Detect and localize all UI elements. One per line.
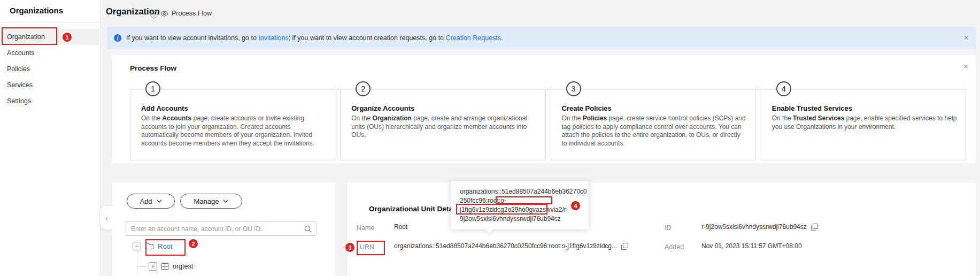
added-label: Added [665, 243, 684, 251]
banner-text-before: If you want to view account invitations,… [126, 34, 258, 42]
sidebar: Organizations Organization Accounts Poli… [0, 0, 101, 276]
name-label: Name [357, 224, 374, 232]
banner-text-middle: ; if you want to view account creation r… [289, 34, 446, 42]
step-add-accounts: 1 Add Accounts On the Accounts page, cre… [130, 89, 335, 160]
chevron-down-icon [157, 200, 162, 203]
urn-label: URN [360, 243, 374, 251]
step-2-title: Organize Accounts [351, 104, 534, 112]
id-value: r-9j2ow5sxlsi6vhndyssrwdjl76ub94sz [701, 223, 818, 231]
eye-icon [160, 11, 168, 17]
sidebar-nav: Organization Accounts Policies Services … [0, 29, 99, 109]
process-flow-close-icon[interactable]: × [963, 62, 968, 72]
urn-tooltip-line: 250fcc96:root:o- [460, 196, 585, 205]
org-unit-icon [161, 263, 169, 270]
step-organize-accounts: 2 Organize Accounts On the Organization … [340, 89, 545, 160]
sidebar-divider [0, 22, 100, 22]
step-4-number: 4 [776, 81, 791, 96]
creation-requests-link[interactable]: Creation Requests. [446, 34, 503, 42]
step-create-policies: 3 Create Policies On the Policies page, … [551, 89, 756, 160]
step-1-title: Add Accounts [141, 104, 324, 112]
added-value: Nov 01, 2023 15:11:57 GMT+08:00 [701, 242, 802, 250]
urn-tooltip-line: organizations::51ed88507a244b6eb36270c0 [460, 187, 585, 196]
tree-orgtest-label[interactable]: orgtest [173, 263, 193, 270]
process-flow-toggle-label: Process Flow [172, 10, 212, 17]
urn-tooltip-line: 9j2ow5sxlsi6vhndyssrwdjl76ub94sz [460, 214, 585, 224]
collapse-node-icon[interactable]: − [133, 242, 141, 250]
step-2-number: 2 [356, 81, 371, 96]
step-4-title: Enable Trusted Services [772, 104, 955, 112]
sidebar-item-accounts[interactable]: Accounts [0, 45, 99, 61]
invitations-link[interactable]: Invitations [258, 34, 288, 42]
search-icon[interactable] [304, 225, 312, 233]
name-value: Root [394, 223, 407, 231]
process-flow-toggle[interactable]: Process Flow [160, 10, 212, 17]
organizations-console: Organizations Organization Accounts Poli… [0, 0, 980, 276]
tree-root-label[interactable]: Root [158, 242, 172, 250]
info-banner: i If you want to view account invitation… [107, 27, 976, 49]
urn-tooltip: organizations::51ed88507a244b6eb36270c0 … [451, 181, 589, 229]
chevron-left-icon: ‹ [105, 213, 108, 223]
sidebar-item-services[interactable]: Services [0, 77, 99, 93]
copy-id-icon[interactable] [811, 224, 818, 231]
step-3-description: On the Policies page, create service con… [562, 114, 747, 148]
help-icon[interactable]: ? [150, 11, 158, 18]
tree-connector-vertical [137, 251, 137, 276]
manage-button[interactable]: Manage [180, 194, 242, 209]
account-search [126, 221, 317, 236]
step-3-title: Create Policies [562, 104, 745, 112]
step-2-description: On the Organization page, create and arr… [351, 114, 536, 140]
process-flow-title: Process Flow [130, 64, 176, 72]
info-icon: i [114, 34, 121, 42]
urn-tooltip-line: j1ftg6v1z9zldcg2o29ho0gvazswvia2/r- [460, 205, 585, 214]
sidebar-title: Organizations [10, 6, 63, 15]
expand-node-icon[interactable]: + [149, 262, 157, 271]
urn-value: organizations::51ed88507a244b6eb36270c02… [394, 242, 628, 250]
process-flow-card: Process Flow × 1 Add Accounts On the Acc… [112, 55, 976, 163]
tree-node-root: − Root [133, 242, 172, 250]
info-banner-text: If you want to view account invitations,… [126, 27, 503, 49]
step-1-description: On the Accounts page, create accounts or… [141, 114, 326, 148]
tree-node-orgtest: + orgtest [149, 262, 193, 271]
folder-icon [145, 242, 154, 250]
ou-details-title: Organizational Unit Details [369, 205, 451, 213]
step-enable-trusted-services: 4 Enable Trusted Services On the Trusted… [761, 89, 966, 160]
process-flow-steps: 1 Add Accounts On the Accounts page, cre… [130, 89, 966, 160]
step-1-number: 1 [145, 81, 160, 96]
sidebar-item-policies[interactable]: Policies [0, 61, 99, 77]
id-label: ID [665, 224, 672, 232]
sidebar-item-organization[interactable]: Organization [0, 29, 99, 45]
sidebar-item-settings[interactable]: Settings [0, 93, 99, 109]
banner-close-icon[interactable]: × [964, 27, 969, 49]
chevron-down-icon [223, 200, 228, 203]
panel-collapse-handle[interactable]: ‹ [99, 205, 113, 230]
step-4-description: On the Trusted Services page, enable spe… [772, 114, 957, 131]
step-3-number: 3 [566, 81, 581, 96]
copy-urn-icon[interactable] [621, 243, 628, 250]
ou-details-panel: Organizational Unit Details Name Root ID… [348, 182, 976, 276]
organization-tree-panel: Add Manage − [112, 182, 335, 276]
account-search-input[interactable] [126, 221, 317, 236]
add-button[interactable]: Add [127, 194, 175, 209]
tree-connector-horizontal [137, 266, 148, 267]
